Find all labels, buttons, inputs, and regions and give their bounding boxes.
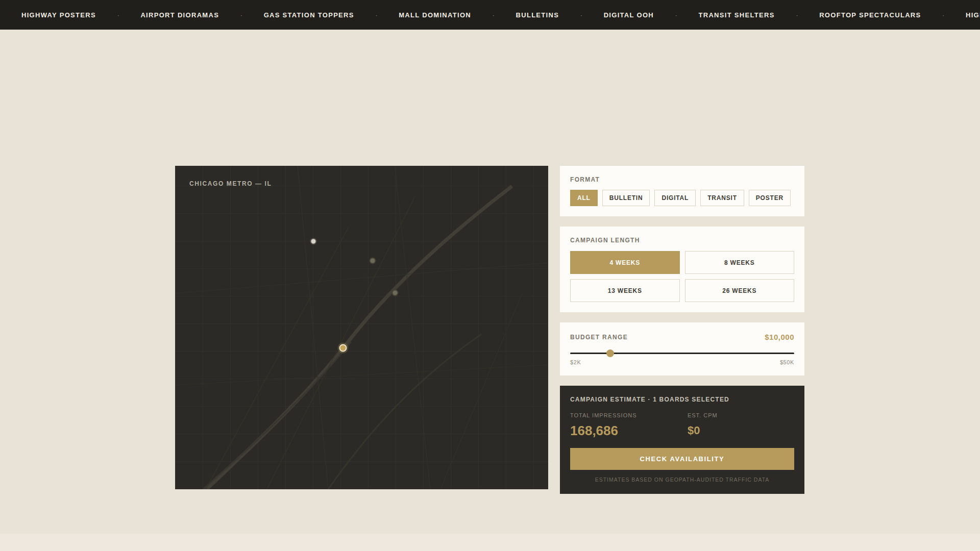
nav-separator: ·	[240, 11, 242, 19]
map-marker[interactable]	[310, 238, 317, 244]
budget-label: BUDGET RANGE	[570, 334, 628, 341]
length-option-4-weeks[interactable]: 4 WEEKS	[570, 251, 680, 274]
map-title: CHICAGO METRO — IL	[189, 180, 272, 187]
length-option-26-weeks[interactable]: 26 WEEKS	[685, 279, 795, 302]
map-marker[interactable]	[369, 257, 376, 264]
nav-item-rooftop-spectaculars[interactable]: ROOFTOP SPECTACULARS	[819, 11, 921, 19]
nav-item-transit-shelters[interactable]: TRANSIT SHELTERS	[699, 11, 775, 19]
nav-separator: ·	[675, 11, 677, 19]
nav-item-highway-posters[interactable]: HIGHWAY POSTERS	[21, 11, 96, 19]
format-options: ALL BULLETIN DIGITAL TRANSIT POSTER	[570, 190, 794, 206]
map-roads	[175, 166, 548, 489]
budget-max-label: $50K	[780, 359, 794, 365]
top-nav-track: HIGHWAY POSTERS · AIRPORT DIORAMAS · GAS…	[0, 0, 980, 30]
budget-slider[interactable]	[570, 353, 794, 354]
campaign-length-label: CAMPAIGN LENGTH	[570, 237, 794, 244]
format-option-transit[interactable]: TRANSIT	[700, 190, 744, 206]
estimate-title: CAMPAIGN ESTIMATE · 1 BOARDS SELECTED	[570, 396, 794, 403]
budget-min-label: $2K	[570, 359, 581, 365]
cpm-value: $0	[688, 424, 794, 437]
campaign-length-options: 4 WEEKS 8 WEEKS 13 WEEKS 26 WEEKS	[570, 251, 794, 302]
top-nav: HIGHWAY POSTERS · AIRPORT DIORAMAS · GAS…	[0, 0, 980, 30]
budget-value: $10,000	[765, 333, 794, 341]
format-card: FORMAT ALL BULLETIN DIGITAL TRANSIT POST…	[560, 166, 804, 216]
budget-card: BUDGET RANGE $10,000 $2K $50K	[560, 322, 804, 375]
format-option-all[interactable]: ALL	[570, 190, 598, 206]
nav-separator: ·	[117, 11, 119, 19]
nav-item-airport-dioramas[interactable]: AIRPORT DIORAMAS	[140, 11, 219, 19]
impressions-label: TOTAL IMPRESSIONS	[570, 412, 688, 418]
nav-item-digital-ooh[interactable]: DIGITAL OOH	[604, 11, 654, 19]
length-option-13-weeks[interactable]: 13 WEEKS	[570, 279, 680, 302]
nav-item-mall-domination[interactable]: MALL DOMINATION	[399, 11, 471, 19]
cpm-block: EST. CPM $0	[688, 412, 794, 439]
format-option-poster[interactable]: POSTER	[749, 190, 791, 206]
map-marker[interactable]	[392, 290, 399, 296]
nav-separator: ·	[580, 11, 582, 19]
filter-column: FORMAT ALL BULLETIN DIGITAL TRANSIT POST…	[560, 166, 804, 494]
campaign-estimate-card: CAMPAIGN ESTIMATE · 1 BOARDS SELECTED TO…	[560, 386, 804, 494]
impressions-value: 168,686	[570, 423, 688, 439]
check-availability-button[interactable]: CHECK AVAILABILITY	[570, 448, 794, 470]
footer-band	[0, 534, 980, 551]
main-content: CHICAGO METRO — IL FORMAT ALL BULLETIN D…	[175, 166, 804, 494]
map-marker[interactable]	[339, 344, 347, 352]
length-option-8-weeks[interactable]: 8 WEEKS	[685, 251, 795, 274]
estimate-disclaimer: ESTIMATES BASED ON GEOPATH-AUDITED TRAFF…	[570, 477, 794, 483]
format-option-bulletin[interactable]: BULLETIN	[602, 190, 650, 206]
format-option-digital[interactable]: DIGITAL	[654, 190, 696, 206]
nav-item-bulletins[interactable]: BULLETINS	[516, 11, 559, 19]
cpm-label: EST. CPM	[688, 412, 794, 418]
map-panel[interactable]: CHICAGO METRO — IL	[175, 166, 548, 489]
nav-item-gas-station-toppers[interactable]: GAS STATION TOPPERS	[264, 11, 354, 19]
nav-separator: ·	[493, 11, 495, 19]
nav-separator: ·	[375, 11, 377, 19]
nav-separator: ·	[942, 11, 944, 19]
budget-scale: $2K $50K	[570, 359, 794, 365]
format-label: FORMAT	[570, 176, 794, 183]
campaign-length-card: CAMPAIGN LENGTH 4 WEEKS 8 WEEKS 13 WEEKS…	[560, 227, 804, 312]
nav-separator: ·	[796, 11, 798, 19]
nav-item-highway-posters-repeat[interactable]: HIGHWAY POSTERS	[966, 11, 980, 19]
impressions-block: TOTAL IMPRESSIONS 168,686	[570, 412, 688, 439]
